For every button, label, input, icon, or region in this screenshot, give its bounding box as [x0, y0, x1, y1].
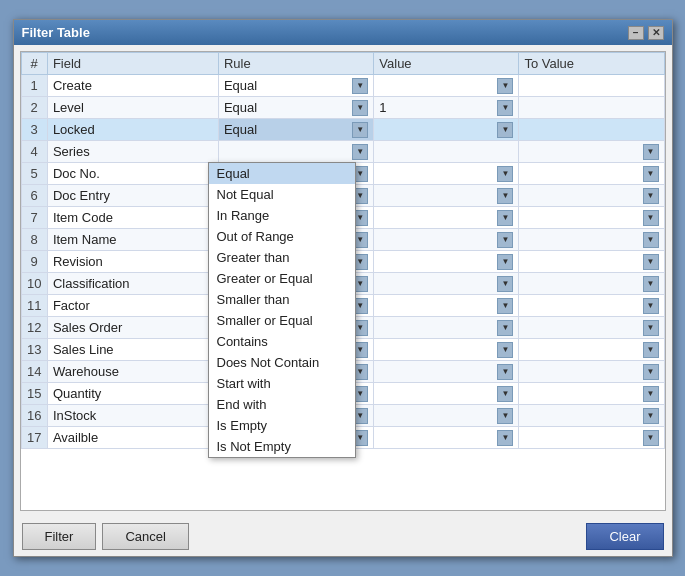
- dropdown-option-5[interactable]: Greater or Equal: [209, 268, 355, 289]
- row-rule-1[interactable]: Equal▼: [218, 75, 373, 97]
- value-dropdown-arrow-5[interactable]: ▼: [497, 166, 513, 182]
- row-value-3[interactable]: ▼: [374, 119, 519, 141]
- dropdown-option-12[interactable]: Is Empty: [209, 415, 355, 436]
- dropdown-option-7[interactable]: Smaller or Equal: [209, 310, 355, 331]
- row-field-13: Sales Line: [47, 339, 218, 361]
- cancel-button[interactable]: Cancel: [102, 523, 188, 550]
- row-tovalue-13[interactable]: ▼: [519, 339, 664, 361]
- row-value-6[interactable]: ▼: [374, 185, 519, 207]
- tovalue-dropdown-arrow-6[interactable]: ▼: [643, 188, 659, 204]
- dropdown-option-3[interactable]: Out of Range: [209, 226, 355, 247]
- value-dropdown-arrow-2[interactable]: ▼: [497, 100, 513, 116]
- row-num-7: 7: [21, 207, 47, 229]
- row-value-17[interactable]: ▼: [374, 427, 519, 449]
- value-dropdown-arrow-15[interactable]: ▼: [497, 386, 513, 402]
- dropdown-option-0[interactable]: Equal: [209, 163, 355, 184]
- row-value-11[interactable]: ▼: [374, 295, 519, 317]
- value-dropdown-arrow-9[interactable]: ▼: [497, 254, 513, 270]
- value-dropdown-arrow-12[interactable]: ▼: [497, 320, 513, 336]
- rule-dropdown-arrow-3[interactable]: ▼: [352, 122, 368, 138]
- row-tovalue-5[interactable]: ▼: [519, 163, 664, 185]
- tovalue-dropdown-arrow-10[interactable]: ▼: [643, 276, 659, 292]
- rule-dropdown[interactable]: EqualNot EqualIn RangeOut of RangeGreate…: [208, 162, 356, 458]
- row-tovalue-14[interactable]: ▼: [519, 361, 664, 383]
- value-dropdown-arrow-13[interactable]: ▼: [497, 342, 513, 358]
- row-num-15: 15: [21, 383, 47, 405]
- row-tovalue-16[interactable]: ▼: [519, 405, 664, 427]
- filter-button[interactable]: Filter: [22, 523, 97, 550]
- dropdown-option-13[interactable]: Is Not Empty: [209, 436, 355, 457]
- row-value-16[interactable]: ▼: [374, 405, 519, 427]
- filter-table-dialog: Filter Table – ✕ # Field Rule Value To V…: [13, 19, 673, 557]
- value-dropdown-arrow-16[interactable]: ▼: [497, 408, 513, 424]
- row-field-1: Create: [47, 75, 218, 97]
- row-tovalue-6[interactable]: ▼: [519, 185, 664, 207]
- dropdown-option-4[interactable]: Greater than: [209, 247, 355, 268]
- value-dropdown-arrow-8[interactable]: ▼: [497, 232, 513, 248]
- tovalue-dropdown-arrow-17[interactable]: ▼: [643, 430, 659, 446]
- dialog-title: Filter Table: [22, 25, 90, 40]
- tovalue-dropdown-arrow-14[interactable]: ▼: [643, 364, 659, 380]
- tovalue-dropdown-arrow-11[interactable]: ▼: [643, 298, 659, 314]
- row-tovalue-8[interactable]: ▼: [519, 229, 664, 251]
- tovalue-dropdown-arrow-9[interactable]: ▼: [643, 254, 659, 270]
- value-dropdown-arrow-3[interactable]: ▼: [497, 122, 513, 138]
- value-dropdown-arrow-7[interactable]: ▼: [497, 210, 513, 226]
- tovalue-dropdown-arrow-16[interactable]: ▼: [643, 408, 659, 424]
- row-tovalue-9[interactable]: ▼: [519, 251, 664, 273]
- row-value-7[interactable]: ▼: [374, 207, 519, 229]
- row-rule-3[interactable]: Equal▼: [218, 119, 373, 141]
- row-value-5[interactable]: ▼: [374, 163, 519, 185]
- row-tovalue-15[interactable]: ▼: [519, 383, 664, 405]
- row-value-14[interactable]: ▼: [374, 361, 519, 383]
- row-num-17: 17: [21, 427, 47, 449]
- row-rule-4[interactable]: ▼: [218, 141, 373, 163]
- row-value-10[interactable]: ▼: [374, 273, 519, 295]
- row-rule-2[interactable]: Equal▼: [218, 97, 373, 119]
- col-header-value: Value: [374, 53, 519, 75]
- row-tovalue-4[interactable]: ▼: [519, 141, 664, 163]
- row-num-9: 9: [21, 251, 47, 273]
- dropdown-option-1[interactable]: Not Equal: [209, 184, 355, 205]
- minimize-button[interactable]: –: [628, 26, 644, 40]
- tovalue-dropdown-arrow-4[interactable]: ▼: [643, 144, 659, 160]
- value-dropdown-arrow-1[interactable]: ▼: [497, 78, 513, 94]
- row-num-5: 5: [21, 163, 47, 185]
- value-dropdown-arrow-11[interactable]: ▼: [497, 298, 513, 314]
- dropdown-option-10[interactable]: Start with: [209, 373, 355, 394]
- row-value-13[interactable]: ▼: [374, 339, 519, 361]
- clear-button[interactable]: Clear: [586, 523, 663, 550]
- dropdown-option-9[interactable]: Does Not Contain: [209, 352, 355, 373]
- value-dropdown-arrow-17[interactable]: ▼: [497, 430, 513, 446]
- tovalue-dropdown-arrow-8[interactable]: ▼: [643, 232, 659, 248]
- row-tovalue-10[interactable]: ▼: [519, 273, 664, 295]
- dropdown-option-6[interactable]: Smaller than: [209, 289, 355, 310]
- table-grid[interactable]: # Field Rule Value To Value 1CreateEqual…: [21, 52, 665, 510]
- tovalue-dropdown-arrow-12[interactable]: ▼: [643, 320, 659, 336]
- rule-dropdown-arrow-1[interactable]: ▼: [352, 78, 368, 94]
- value-dropdown-arrow-10[interactable]: ▼: [497, 276, 513, 292]
- dropdown-option-11[interactable]: End with: [209, 394, 355, 415]
- value-dropdown-arrow-6[interactable]: ▼: [497, 188, 513, 204]
- row-tovalue-7[interactable]: ▼: [519, 207, 664, 229]
- row-tovalue-17[interactable]: ▼: [519, 427, 664, 449]
- row-tovalue-12[interactable]: ▼: [519, 317, 664, 339]
- tovalue-dropdown-arrow-15[interactable]: ▼: [643, 386, 659, 402]
- row-value-12[interactable]: ▼: [374, 317, 519, 339]
- value-dropdown-arrow-14[interactable]: ▼: [497, 364, 513, 380]
- row-tovalue-11[interactable]: ▼: [519, 295, 664, 317]
- dropdown-option-2[interactable]: In Range: [209, 205, 355, 226]
- dropdown-option-8[interactable]: Contains: [209, 331, 355, 352]
- row-value-15[interactable]: ▼: [374, 383, 519, 405]
- rule-dropdown-arrow-4[interactable]: ▼: [352, 144, 368, 160]
- tovalue-dropdown-arrow-7[interactable]: ▼: [643, 210, 659, 226]
- rule-dropdown-arrow-2[interactable]: ▼: [352, 100, 368, 116]
- row-value-1[interactable]: ▼: [374, 75, 519, 97]
- tovalue-dropdown-arrow-5[interactable]: ▼: [643, 166, 659, 182]
- row-value-2[interactable]: 1▼: [374, 97, 519, 119]
- row-value-8[interactable]: ▼: [374, 229, 519, 251]
- close-button[interactable]: ✕: [648, 26, 664, 40]
- row-field-12: Sales Order: [47, 317, 218, 339]
- tovalue-dropdown-arrow-13[interactable]: ▼: [643, 342, 659, 358]
- row-value-9[interactable]: ▼: [374, 251, 519, 273]
